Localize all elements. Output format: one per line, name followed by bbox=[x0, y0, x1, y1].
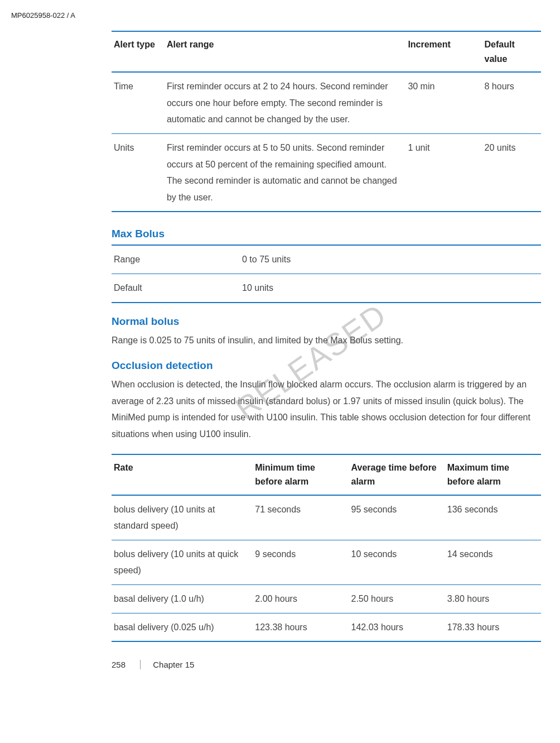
occl-header-rate: Rate bbox=[112, 454, 253, 495]
alert-range-cell: First reminder occurs at 5 to 50 units. … bbox=[165, 133, 405, 212]
occl-avg-cell: 142.03 hours bbox=[349, 613, 445, 641]
occl-header-avg: Average time before alarm bbox=[349, 454, 445, 495]
occl-min-cell: 2.00 hours bbox=[253, 585, 349, 613]
alert-header-default: Default value bbox=[482, 31, 541, 72]
table-row: Range 0 to 75 units bbox=[112, 245, 541, 274]
max-bolus-label: Default bbox=[112, 274, 240, 302]
table-row: Time First reminder occurs at 2 to 24 ho… bbox=[112, 72, 541, 133]
occl-rate-cell: basal delivery (1.0 u/h) bbox=[112, 585, 253, 613]
page-content: Alert type Alert range Increment Default… bbox=[112, 31, 541, 669]
page-number: 258 bbox=[112, 660, 125, 669]
alert-range-cell: First reminder occurs at 2 to 24 hours. … bbox=[165, 72, 405, 133]
occl-header-min: Minimum time before alarm bbox=[253, 454, 349, 495]
occl-rate-cell: bolus delivery (10 units at quick speed) bbox=[112, 540, 253, 584]
max-bolus-table: Range 0 to 75 units Default 10 units bbox=[112, 245, 541, 303]
occl-avg-cell: 2.50 hours bbox=[349, 585, 445, 613]
occl-rate-cell: bolus delivery (10 units at standard spe… bbox=[112, 495, 253, 540]
table-row: basal delivery (0.025 u/h) 123.38 hours … bbox=[112, 613, 541, 641]
alert-increment-cell: 1 unit bbox=[405, 133, 482, 212]
alert-header-range: Alert range bbox=[165, 31, 405, 72]
alert-default-cell: 8 hours bbox=[482, 72, 541, 133]
table-row: basal delivery (1.0 u/h) 2.00 hours 2.50… bbox=[112, 585, 541, 613]
max-bolus-value: 0 to 75 units bbox=[240, 245, 541, 274]
occlusion-text: When occlusion is detected, the Insulin … bbox=[112, 376, 541, 442]
table-row: Default 10 units bbox=[112, 274, 541, 302]
table-row: bolus delivery (10 units at quick speed)… bbox=[112, 540, 541, 584]
occl-rate-cell: basal delivery (0.025 u/h) bbox=[112, 613, 253, 641]
alert-header-increment: Increment bbox=[405, 31, 482, 72]
occl-max-cell: 136 seconds bbox=[445, 495, 541, 540]
page-footer: 258 Chapter 15 bbox=[112, 660, 541, 669]
occlusion-heading: Occlusion detection bbox=[112, 359, 541, 372]
document-id: MP6025958-022 / A bbox=[11, 11, 538, 20]
occl-min-cell: 123.38 hours bbox=[253, 613, 349, 641]
max-bolus-label: Range bbox=[112, 245, 240, 274]
occl-max-cell: 14 seconds bbox=[445, 540, 541, 584]
alert-type-cell: Time bbox=[112, 72, 165, 133]
max-bolus-heading: Max Bolus bbox=[112, 228, 541, 240]
normal-bolus-text: Range is 0.025 to 75 units of insulin, a… bbox=[112, 332, 541, 349]
normal-bolus-heading: Normal bolus bbox=[112, 315, 541, 328]
occl-min-cell: 71 seconds bbox=[253, 495, 349, 540]
occl-header-max: Maximum time before alarm bbox=[445, 454, 541, 495]
occl-avg-cell: 10 seconds bbox=[349, 540, 445, 584]
occl-max-cell: 178.33 hours bbox=[445, 613, 541, 641]
occlusion-table: Rate Minimum time before alarm Average t… bbox=[112, 454, 541, 643]
occl-min-cell: 9 seconds bbox=[253, 540, 349, 584]
occl-max-cell: 3.80 hours bbox=[445, 585, 541, 613]
occl-avg-cell: 95 seconds bbox=[349, 495, 445, 540]
alert-header-type: Alert type bbox=[112, 31, 165, 72]
alert-increment-cell: 30 min bbox=[405, 72, 482, 133]
max-bolus-value: 10 units bbox=[240, 274, 541, 302]
alert-default-cell: 20 units bbox=[482, 133, 541, 212]
chapter-label: Chapter 15 bbox=[140, 660, 194, 669]
table-row: bolus delivery (10 units at standard spe… bbox=[112, 495, 541, 540]
alert-table: Alert type Alert range Increment Default… bbox=[112, 31, 541, 212]
table-row: Units First reminder occurs at 5 to 50 u… bbox=[112, 133, 541, 212]
alert-type-cell: Units bbox=[112, 133, 165, 212]
